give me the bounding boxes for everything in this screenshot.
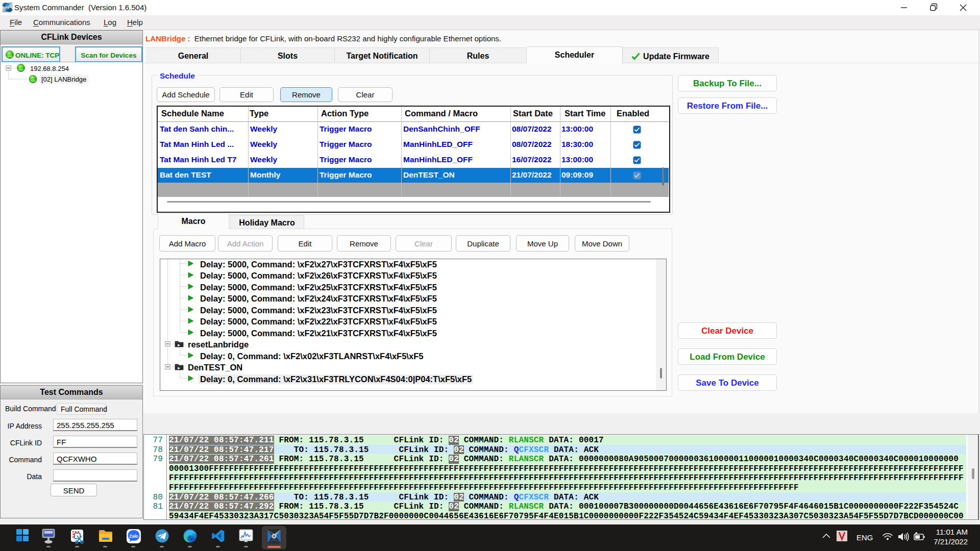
svg-text:Zalo: Zalo	[129, 534, 138, 539]
